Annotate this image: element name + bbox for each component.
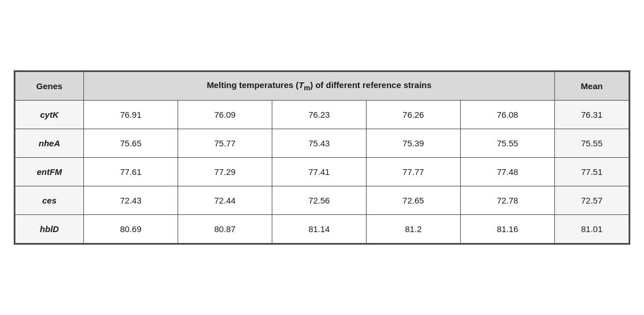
value-cell: 77.41 xyxy=(272,158,366,186)
value-cell: 75.77 xyxy=(178,129,272,158)
value-cell: 76.09 xyxy=(178,101,272,129)
mean-column-header: Mean xyxy=(555,72,629,101)
value-cell: 75.65 xyxy=(84,129,178,158)
value-cell: 76.26 xyxy=(366,101,460,129)
genes-column-header: Genes xyxy=(15,72,84,101)
mean-label: Mean xyxy=(581,81,602,91)
value-cell: 75.39 xyxy=(366,129,460,158)
value-cell: 72.78 xyxy=(460,186,554,215)
melting-label-prefix: Melting temperatures (Tm) of different r… xyxy=(207,80,432,90)
value-cell: 72.44 xyxy=(178,186,272,215)
value-cell: 76.08 xyxy=(460,101,554,129)
value-cell: 75.55 xyxy=(460,129,554,158)
gene-name-cell: nheA xyxy=(15,129,84,158)
melting-temp-header: Melting temperatures (Tm) of different r… xyxy=(84,72,555,101)
value-cell: 77.29 xyxy=(178,158,272,186)
gene-name-cell: cytK xyxy=(15,101,84,129)
value-cell: 81.16 xyxy=(460,215,554,244)
gene-name-cell: entFM xyxy=(15,158,84,186)
value-cell: 81.2 xyxy=(366,215,460,244)
table-row: hblD80.6980.8781.1481.281.1681.01 xyxy=(15,215,629,244)
mean-cell: 72.57 xyxy=(555,186,629,215)
table-row: ces72.4372.4472.5672.6572.7872.57 xyxy=(15,186,629,215)
value-cell: 72.43 xyxy=(84,186,178,215)
mean-cell: 76.31 xyxy=(555,101,629,129)
value-cell: 81.14 xyxy=(272,215,366,244)
value-cell: 76.91 xyxy=(84,101,178,129)
value-cell: 76.23 xyxy=(272,101,366,129)
gene-name-cell: hblD xyxy=(15,215,84,244)
mean-cell: 77.51 xyxy=(555,158,629,186)
table-row: entFM77.6177.2977.4177.7777.4877.51 xyxy=(15,158,629,186)
main-table: Genes Melting temperatures (Tm) of diffe… xyxy=(15,71,629,244)
value-cell: 72.65 xyxy=(366,186,460,215)
table-row: nheA75.6575.7775.4375.3975.5575.55 xyxy=(15,129,629,158)
value-cell: 77.61 xyxy=(84,158,178,186)
table-row: cytK76.9176.0976.2376.2676.0876.31 xyxy=(15,101,629,129)
value-cell: 77.77 xyxy=(366,158,460,186)
genes-label: Genes xyxy=(37,81,63,91)
gene-name-cell: ces xyxy=(15,186,84,215)
value-cell: 77.48 xyxy=(460,158,554,186)
value-cell: 80.87 xyxy=(178,215,272,244)
value-cell: 72.56 xyxy=(272,186,366,215)
mean-cell: 75.55 xyxy=(555,129,629,158)
value-cell: 75.43 xyxy=(272,129,366,158)
value-cell: 80.69 xyxy=(84,215,178,244)
mean-cell: 81.01 xyxy=(555,215,629,244)
